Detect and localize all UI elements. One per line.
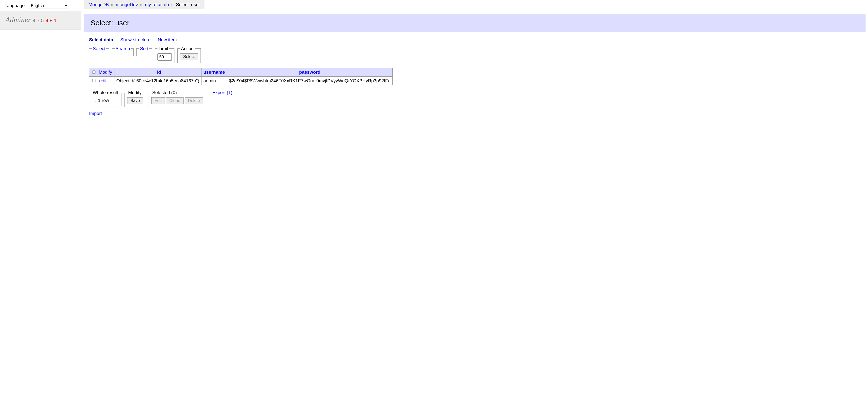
cell-username: admin bbox=[201, 76, 227, 85]
app-name: Adminer bbox=[5, 15, 31, 24]
row-checkbox-cell: edit bbox=[89, 76, 115, 85]
legend-selected: Selected (0) bbox=[151, 90, 178, 96]
table-row: edit ObjectId("60ce4c12b4c16a5cea84167b"… bbox=[89, 76, 393, 85]
clone-button[interactable] bbox=[166, 97, 183, 104]
main-content: MongoDB » mongoDev » my-retail-db » Sele… bbox=[84, 0, 868, 117]
language-select[interactable]: English bbox=[29, 3, 68, 9]
fieldset-action: Action bbox=[177, 45, 201, 63]
app-latest-version-link[interactable]: 4.8.1 bbox=[45, 18, 56, 23]
limit-input[interactable] bbox=[157, 53, 172, 61]
language-label: Language: bbox=[4, 3, 26, 8]
fieldset-limit: Limit bbox=[155, 45, 175, 63]
save-button[interactable] bbox=[127, 97, 143, 104]
results-table: Modify _id username password edit Object… bbox=[89, 68, 393, 85]
cell-id: ObjectId("60ce4c12b4c16a5cea84167b") bbox=[114, 76, 201, 85]
legend-modify: Modify bbox=[127, 90, 143, 96]
legend-search[interactable]: Search bbox=[116, 46, 130, 51]
col-header-id[interactable]: _id bbox=[114, 68, 201, 76]
legend-export[interactable]: Export (1) bbox=[212, 90, 232, 95]
breadcrumb-current: Select: user bbox=[176, 2, 200, 7]
action-select-button[interactable] bbox=[180, 53, 198, 60]
breadcrumb-database[interactable]: my-retail-db bbox=[145, 2, 169, 7]
sort-username-link[interactable]: username bbox=[204, 70, 225, 75]
footer-controls: Whole result 1 row Modify Selected (0) E… bbox=[89, 90, 866, 107]
breadcrumb-sep: » bbox=[170, 2, 175, 7]
edit-button[interactable] bbox=[151, 97, 165, 104]
query-controls: Select Search Sort Limit Action bbox=[89, 45, 866, 63]
delete-button[interactable] bbox=[185, 97, 203, 104]
tab-links: Select data Show structure New item bbox=[89, 37, 866, 43]
tab-new-item[interactable]: New item bbox=[158, 37, 177, 42]
sort-password-link[interactable]: password bbox=[299, 70, 320, 75]
breadcrumb-server[interactable]: mongoDev bbox=[116, 2, 138, 7]
select-all-checkbox[interactable] bbox=[92, 71, 95, 74]
fieldset-selected: Selected (0) bbox=[149, 90, 206, 107]
legend-whole-result: Whole result bbox=[92, 90, 119, 96]
app-logo: Adminer 4.7.5 4.8.1 bbox=[0, 11, 81, 30]
modify-header-link[interactable]: Modify bbox=[99, 70, 112, 75]
row-edit-link[interactable]: edit bbox=[99, 78, 106, 83]
legend-limit: Limit bbox=[157, 45, 169, 52]
fieldset-select: Select bbox=[89, 45, 109, 56]
tab-select-data[interactable]: Select data bbox=[89, 37, 113, 42]
page-title: Select: user bbox=[84, 14, 866, 32]
legend-select[interactable]: Select bbox=[93, 46, 105, 51]
breadcrumb: MongoDB » mongoDev » my-retail-db » Sele… bbox=[84, 0, 205, 9]
sort-id-link[interactable]: _id bbox=[155, 70, 161, 75]
row-count-text: 1 row bbox=[98, 98, 109, 103]
cell-password: $2a$04$P8Wwwbtm246F0XxRK1E7wOuei0mvjIDVy… bbox=[227, 76, 393, 85]
fieldset-whole-result: Whole result 1 row bbox=[89, 90, 122, 106]
breadcrumb-sep: » bbox=[110, 2, 115, 7]
fieldset-modify: Modify bbox=[124, 90, 146, 107]
col-header-modify: Modify bbox=[89, 68, 115, 76]
sidebar: Language: English Adminer 4.7.5 4.8.1 bbox=[0, 0, 81, 30]
tab-show-structure[interactable]: Show structure bbox=[120, 37, 151, 42]
fieldset-export: Export (1) bbox=[209, 90, 236, 100]
breadcrumb-sep: » bbox=[139, 2, 144, 7]
app-home-link[interactable]: Adminer bbox=[5, 16, 31, 24]
app-version: 4.7.5 bbox=[33, 18, 43, 23]
import-link[interactable]: Import bbox=[89, 111, 102, 116]
fieldset-sort: Sort bbox=[136, 45, 152, 56]
row-checkbox[interactable] bbox=[92, 79, 95, 82]
fieldset-search: Search bbox=[112, 45, 134, 56]
breadcrumb-engine[interactable]: MongoDB bbox=[89, 2, 109, 7]
col-header-username[interactable]: username bbox=[201, 68, 227, 76]
language-bar: Language: English bbox=[0, 0, 81, 11]
whole-result-label[interactable]: 1 row bbox=[92, 98, 109, 103]
legend-sort[interactable]: Sort bbox=[140, 46, 148, 51]
whole-result-checkbox[interactable] bbox=[93, 99, 96, 102]
col-header-password[interactable]: password bbox=[227, 68, 393, 76]
legend-action: Action bbox=[180, 45, 195, 52]
